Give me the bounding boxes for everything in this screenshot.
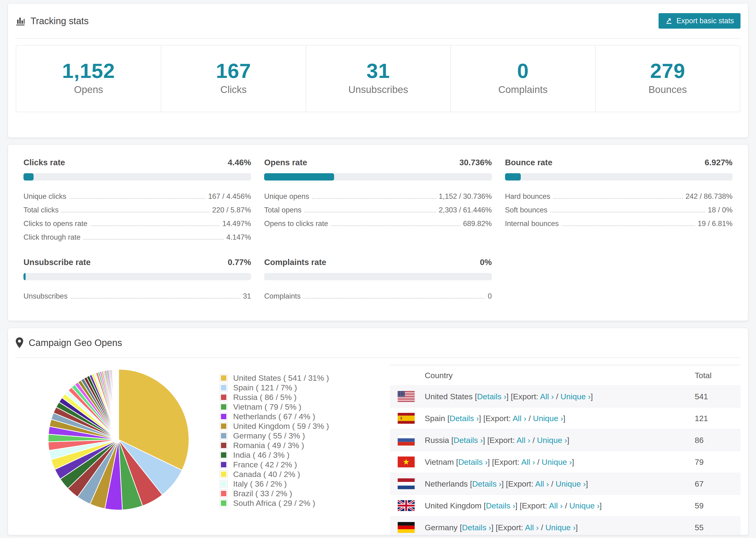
dotted-leader bbox=[304, 212, 436, 212]
dotted-leader bbox=[562, 225, 695, 226]
dotted-leader bbox=[331, 225, 460, 226]
rate-progress-bar bbox=[24, 173, 251, 181]
geo-header: Campaign Geo Opens bbox=[16, 328, 740, 358]
tracking-stats-card: Tracking stats Export basic stats 1,152O… bbox=[8, 3, 748, 138]
rate-detail-row: Soft bounces18 / 0% bbox=[505, 201, 732, 215]
legend-item: Spain ( 121 / 7% ) bbox=[220, 383, 329, 393]
rate-title: Unsubscribe rate bbox=[24, 257, 91, 267]
export-unique-link[interactable]: Unique › bbox=[545, 523, 576, 532]
export-all-link[interactable]: All › bbox=[516, 436, 530, 445]
dotted-leader bbox=[303, 298, 485, 298]
legend-label: South Africa ( 29 / 2% ) bbox=[233, 499, 315, 508]
ru-flag-icon bbox=[398, 435, 415, 446]
stat-label: Opens bbox=[19, 84, 158, 95]
legend-label: United Kingdom ( 59 / 3% ) bbox=[233, 422, 329, 431]
country-cell-text: Germany [Details ›] [Export: All › / Uni… bbox=[425, 523, 578, 532]
rate-detail-label: Total clicks bbox=[24, 206, 59, 215]
legend-swatch bbox=[220, 461, 228, 468]
legend-swatch bbox=[220, 442, 228, 449]
details-link[interactable]: Details › bbox=[462, 523, 491, 532]
legend-swatch bbox=[220, 470, 228, 478]
country-cell-text: Spain [Details ›] [Export: All › / Uniqu… bbox=[425, 414, 566, 423]
stat-value: 1,152 bbox=[19, 60, 158, 82]
geo-table-row-vn: Vietnam [Details ›] [Export: All › / Uni… bbox=[390, 451, 740, 473]
stat-box-bounces: 279Bounces bbox=[595, 45, 740, 112]
legend-item: Canada ( 40 / 2% ) bbox=[220, 469, 329, 479]
legend-swatch bbox=[220, 403, 228, 411]
rate-detail-label: Hard bounces bbox=[505, 192, 550, 201]
country-column-header: Country bbox=[390, 371, 695, 380]
rate-value: 4.46% bbox=[228, 158, 251, 167]
details-link[interactable]: Details › bbox=[477, 392, 507, 401]
details-link[interactable]: Details › bbox=[454, 436, 483, 445]
rate-progress-fill bbox=[264, 173, 334, 181]
rates-row-2: Unsubscribe rate0.77%Unsubscribes31Compl… bbox=[16, 257, 740, 301]
rate-detail-label: Internal bounces bbox=[505, 219, 559, 228]
rate-section-opens: Opens rate30.736%Unique opens1,152 / 30.… bbox=[264, 158, 492, 242]
legend-swatch bbox=[220, 422, 228, 430]
rate-detail-label: Unsubscribes bbox=[24, 292, 68, 301]
rate-detail-label: Complaints bbox=[264, 292, 300, 301]
legend-item: Netherlands ( 67 / 4% ) bbox=[220, 412, 329, 421]
rate-title: Bounce rate bbox=[505, 158, 553, 167]
legend-label: Spain ( 121 / 7% ) bbox=[233, 383, 297, 392]
rate-progress-bar bbox=[264, 273, 492, 280]
campaign-geo-opens-card: Campaign Geo Opens United States ( 541 /… bbox=[8, 328, 748, 535]
rate-progress-fill bbox=[505, 173, 521, 181]
export-basic-stats-button[interactable]: Export basic stats bbox=[659, 13, 740, 28]
rate-detail-value: 4.147% bbox=[226, 233, 251, 242]
export-unique-link[interactable]: Unique › bbox=[556, 479, 586, 488]
details-link[interactable]: Details › bbox=[486, 501, 515, 510]
stat-box-opens: 1,152Opens bbox=[16, 45, 161, 112]
de-flag-icon bbox=[398, 522, 415, 533]
rate-section-clicks: Clicks rate4.46%Unique clicks167 / 4.456… bbox=[24, 158, 251, 242]
rate-title: Opens rate bbox=[264, 158, 307, 167]
export-unique-link[interactable]: Unique › bbox=[542, 457, 572, 466]
export-unique-link[interactable]: Unique › bbox=[569, 501, 600, 510]
details-link[interactable]: Details › bbox=[472, 479, 502, 488]
geo-table-row-ru: Russia [Details ›] [Export: All › / Uniq… bbox=[390, 429, 740, 451]
legend-item: India ( 46 / 3% ) bbox=[220, 450, 329, 460]
rate-detail-label: Clicks to opens rate bbox=[24, 219, 87, 228]
country-cell-text: United Kingdom [Details ›] [Export: All … bbox=[425, 501, 602, 510]
geo-table-row-de: Germany [Details ›] [Export: All › / Uni… bbox=[390, 516, 740, 535]
total-cell: 55 bbox=[695, 523, 740, 532]
total-cell: 59 bbox=[695, 501, 740, 510]
us-flag-icon bbox=[398, 391, 415, 402]
export-unique-link[interactable]: Unique › bbox=[537, 436, 567, 445]
export-all-link[interactable]: All › bbox=[549, 501, 563, 510]
export-all-link[interactable]: All › bbox=[535, 479, 549, 488]
dotted-leader bbox=[69, 198, 205, 199]
rate-detail-row: Complaints0 bbox=[264, 287, 492, 301]
geo-title-text: Campaign Geo Opens bbox=[28, 338, 122, 348]
legend-label: Vietnam ( 79 / 5% ) bbox=[233, 402, 301, 411]
details-link[interactable]: Details › bbox=[458, 457, 488, 466]
total-cell: 541 bbox=[695, 392, 740, 401]
legend-label: Germany ( 55 / 3% ) bbox=[233, 431, 305, 440]
legend-swatch bbox=[220, 384, 228, 392]
legend-label: Russia ( 86 / 5% ) bbox=[233, 393, 297, 402]
legend-item: Brazil ( 33 / 2% ) bbox=[220, 489, 329, 498]
export-icon bbox=[665, 17, 673, 25]
rate-progress-fill bbox=[24, 273, 26, 280]
legend-item: France ( 42 / 2% ) bbox=[220, 460, 329, 469]
export-unique-link[interactable]: Unique › bbox=[533, 414, 563, 423]
details-link[interactable]: Details › bbox=[450, 414, 479, 423]
export-all-link[interactable]: All › bbox=[521, 457, 535, 466]
stat-value: 0 bbox=[453, 60, 593, 82]
legend-label: France ( 42 / 2% ) bbox=[233, 460, 297, 469]
export-all-link[interactable]: All › bbox=[513, 414, 526, 423]
legend-swatch bbox=[220, 374, 228, 382]
export-all-link[interactable]: All › bbox=[540, 392, 554, 401]
rates-row-1: Clicks rate4.46%Unique clicks167 / 4.456… bbox=[16, 158, 740, 242]
vn-flag-icon bbox=[398, 457, 415, 467]
rate-progress-bar bbox=[264, 173, 492, 181]
stat-value: 279 bbox=[598, 60, 737, 82]
rate-progress-bar bbox=[505, 173, 732, 181]
stat-box-complaints: 0Complaints bbox=[450, 45, 595, 112]
rate-detail-value: 0 bbox=[488, 292, 492, 301]
rate-detail-value: 1,152 / 30.736% bbox=[439, 192, 492, 201]
export-all-link[interactable]: All › bbox=[525, 523, 539, 532]
export-unique-link[interactable]: Unique › bbox=[561, 392, 591, 401]
gb-flag-icon bbox=[398, 500, 415, 511]
